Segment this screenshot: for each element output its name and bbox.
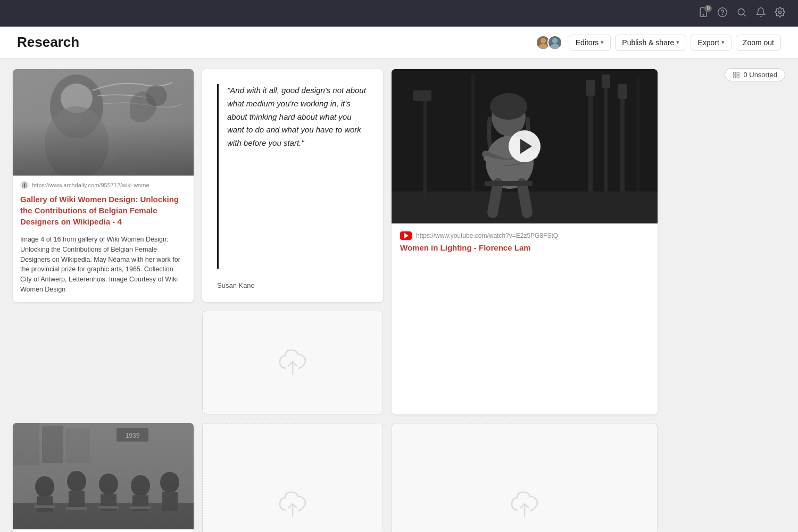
svg-point-7 — [538, 44, 547, 48]
zoom-label: Zoom out — [743, 38, 774, 47]
svg-point-2 — [718, 7, 727, 16]
svg-point-15 — [50, 74, 103, 138]
svg-rect-23 — [604, 74, 608, 197]
editors-button[interactable]: Editors ▾ — [569, 35, 611, 51]
quote-author: Susan Kane — [217, 281, 368, 289]
quote-text: "And with it all, good design's not abou… — [217, 84, 368, 269]
upload-card-1[interactable] — [202, 311, 383, 414]
svg-point-9 — [550, 44, 559, 48]
svg-rect-27 — [586, 80, 595, 96]
svg-rect-10 — [734, 72, 736, 74]
video-source: https://www.youtube.com/watch?v=E2z5PG8F… — [400, 231, 649, 240]
search-icon[interactable] — [736, 7, 747, 20]
svg-point-17 — [45, 106, 109, 176]
video-title[interactable]: Women in Lighting - Florence Lam — [400, 243, 649, 252]
svg-rect-11 — [737, 72, 739, 74]
export-chevron: ▾ — [721, 39, 725, 46]
svg-point-18 — [146, 85, 167, 106]
publish-share-button[interactable]: Publish & share ▾ — [615, 35, 686, 51]
svg-rect-37 — [413, 90, 431, 101]
upload-icon-1 — [276, 348, 310, 377]
upload-icon-3 — [508, 490, 542, 519]
wiki-image-1 — [13, 69, 194, 176]
svg-point-3 — [722, 14, 723, 14]
publish-chevron: ▾ — [676, 39, 679, 46]
svg-rect-19 — [13, 69, 194, 176]
card-source-2: https://www.archdaily.com/955712/wiki-wo… — [13, 529, 194, 533]
svg-rect-25 — [636, 77, 639, 210]
video-thumbnail[interactable] — [392, 69, 658, 223]
svg-rect-59 — [13, 423, 194, 529]
wiki-link-1[interactable]: Gallery of Wiki Women Design: Unlocking … — [13, 192, 194, 232]
editors-label: Editors — [576, 38, 599, 47]
grid-icon — [733, 71, 740, 79]
svg-rect-36 — [423, 90, 427, 202]
youtube-icon — [400, 231, 412, 240]
help-circle-icon[interactable] — [717, 7, 728, 20]
upload-card-2[interactable] — [202, 423, 383, 533]
cloud-upload-svg-1 — [276, 348, 310, 377]
settings-icon[interactable] — [775, 7, 785, 20]
avatar-group[interactable] — [536, 35, 562, 50]
wiki-image-2: 1939 — [13, 423, 194, 529]
svg-point-32 — [490, 93, 527, 120]
svg-rect-26 — [471, 74, 475, 207]
source-url-1: https://www.archdaily.com/955712/wiki-wo… — [32, 182, 149, 188]
export-button[interactable]: Export ▾ — [691, 35, 731, 51]
source-favicon-1 — [20, 181, 29, 189]
svg-point-5 — [779, 11, 782, 13]
svg-rect-28 — [602, 74, 610, 88]
video-url: https://www.youtube.com/watch?v=E2z5PG8F… — [416, 232, 558, 239]
header: Research Editors ▾ Publish & share ▾ Exp… — [0, 27, 798, 59]
tablet-icon[interactable]: 0 — [698, 7, 709, 20]
svg-rect-35 — [485, 181, 533, 186]
wiki-desc-1: Image 4 of 16 from gallery of Wiki Women… — [13, 232, 194, 302]
top-bar: 0 — [0, 0, 798, 27]
zoom-out-button[interactable]: Zoom out — [736, 35, 781, 51]
bell-icon[interactable] — [755, 7, 766, 20]
card-source-1: https://www.archdaily.com/955712/wiki-wo… — [13, 176, 194, 192]
content-grid: https://www.archdaily.com/955712/wiki-wo… — [0, 59, 798, 532]
page-title: Research — [17, 34, 536, 51]
quote-card: "And with it all, good design's not abou… — [202, 69, 383, 302]
header-actions: Editors ▾ Publish & share ▾ Export ▾ Zoo… — [536, 35, 781, 51]
upload-icon-2 — [276, 490, 310, 519]
publish-label: Publish & share — [622, 38, 674, 47]
svg-point-1 — [703, 14, 704, 15]
upload-card-3[interactable] — [392, 423, 658, 533]
editors-chevron: ▾ — [601, 39, 604, 46]
avatar-2 — [547, 35, 562, 50]
wiki-card-1: https://www.archdaily.com/955712/wiki-wo… — [13, 69, 194, 302]
video-meta: https://www.youtube.com/watch?v=E2z5PG8F… — [392, 223, 658, 260]
svg-point-4 — [738, 9, 744, 15]
video-card: https://www.youtube.com/watch?v=E2z5PG8F… — [392, 69, 658, 414]
play-button[interactable] — [509, 130, 541, 162]
svg-rect-12 — [734, 76, 736, 78]
unsorted-count: 0 Unsorted — [743, 71, 777, 79]
svg-point-8 — [552, 38, 558, 43]
export-label: Export — [697, 38, 719, 47]
svg-rect-13 — [737, 76, 739, 78]
svg-rect-29 — [618, 84, 627, 99]
svg-point-16 — [61, 84, 93, 113]
unsorted-badge[interactable]: 0 Unsorted — [725, 68, 785, 81]
svg-rect-14 — [13, 69, 194, 176]
main-content: 0 Unsorted — [0, 59, 798, 532]
svg-rect-22 — [588, 80, 593, 207]
svg-rect-24 — [620, 85, 625, 202]
wiki-card-2: 1939 — [13, 423, 194, 533]
svg-point-6 — [541, 38, 546, 43]
cloud-upload-svg-3 — [508, 490, 542, 519]
notification-badge: 0 — [704, 5, 712, 12]
cloud-upload-svg-2 — [276, 490, 310, 519]
